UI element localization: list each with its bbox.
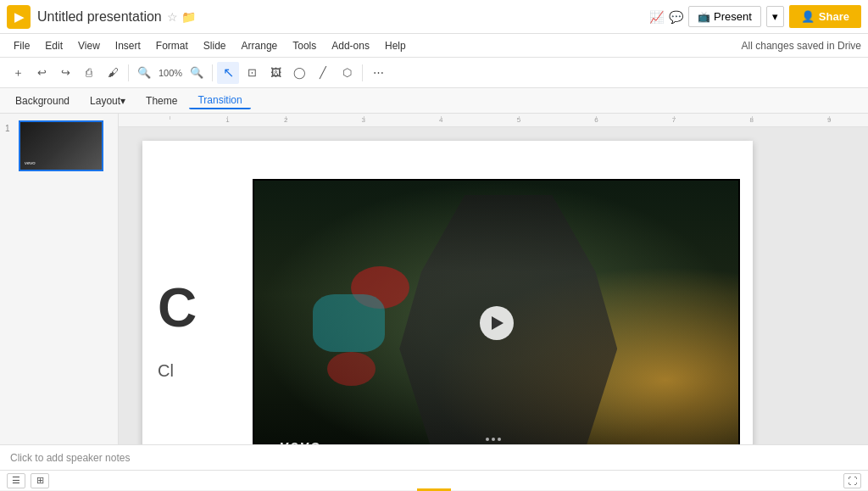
comment-icon[interactable]: 💬: [669, 10, 683, 24]
ruler-mark-0: [131, 116, 209, 124]
share-label: Share: [819, 10, 849, 23]
menu-edit[interactable]: Edit: [38, 37, 70, 54]
ruler-mark-7: 7: [635, 116, 713, 124]
toolbar-shapes[interactable]: ◯: [288, 62, 310, 84]
expand-dots: [120, 436, 866, 443]
menu-bar: File Edit View Insert Format Slide Arran…: [0, 34, 868, 58]
dot-2: [492, 438, 495, 441]
slide-text-main: C: [158, 276, 197, 339]
slide-tool-layout[interactable]: Layout▾: [81, 93, 134, 109]
title-actions: 📈 💬 📺 Present ▾ 👤 Share: [649, 5, 861, 28]
list-view-icon: ☰: [12, 475, 20, 486]
video-scene: vevo: [254, 181, 738, 444]
toolbar-more[interactable]: ⋯: [367, 62, 389, 84]
star-icon[interactable]: ☆: [167, 10, 178, 24]
main-toolbar: ＋ ↩ ↪ ⎙ 🖌 🔍 100% 🔍 ↖ ⊡ 🖼 ◯ ╱ ⬡ ⋯: [0, 58, 868, 88]
toolbar-connector[interactable]: ⬡: [336, 62, 358, 84]
slide-tool-theme[interactable]: Theme: [137, 93, 186, 109]
menu-insert[interactable]: Insert: [108, 37, 147, 54]
present-button[interactable]: 📺 Present: [688, 6, 761, 27]
view-list-button[interactable]: ☰: [7, 473, 25, 488]
video-teal-accent: [313, 294, 386, 351]
toolbar-add[interactable]: ＋: [7, 62, 29, 84]
slide-1-container: 1 vevo: [5, 120, 113, 171]
dot-1: [486, 438, 489, 441]
ruler-mark-8: 8: [713, 116, 791, 124]
slide-panel: 1 vevo: [0, 114, 119, 444]
menu-view[interactable]: View: [71, 37, 107, 54]
present-label: Present: [714, 10, 752, 23]
folder-icon[interactable]: 📁: [181, 10, 196, 24]
slide-text-sub: Cl: [158, 361, 174, 381]
menu-file[interactable]: File: [7, 37, 36, 54]
bottom-right: ⛶: [843, 473, 861, 488]
present-monitor-icon: 📺: [698, 11, 710, 23]
video-element[interactable]: vevo: [253, 179, 740, 444]
ruler-mark-6: 6: [558, 116, 636, 124]
menu-help[interactable]: Help: [378, 37, 413, 54]
google-slides-logo: ▶: [7, 5, 31, 29]
notes-placeholder[interactable]: Click to add speaker notes: [10, 452, 130, 464]
horizontal-ruler: 1 2 3 4 5 6 7 8 9: [119, 114, 868, 127]
title-bar: ▶ Untitled presentation ☆ 📁 📈 💬 📺 Presen…: [0, 0, 868, 34]
grid-view-icon: ⊞: [36, 475, 44, 486]
toolbar-image[interactable]: 🖼: [264, 62, 287, 84]
view-grid-button[interactable]: ⊞: [31, 473, 49, 488]
ruler-mark-4: 4: [403, 116, 481, 124]
share-button[interactable]: 👤 Share: [789, 5, 861, 28]
zoom-display: 100%: [159, 68, 182, 78]
menu-format[interactable]: Format: [149, 37, 195, 54]
person-icon: 👤: [801, 10, 815, 23]
slide-1-thumb-inner: vevo: [20, 122, 102, 170]
canvas-area: 1 2 3 4 5 6 7 8 9 C Cl: [119, 114, 868, 444]
present-dropdown-button[interactable]: ▾: [766, 6, 784, 27]
menu-addons[interactable]: Add-ons: [325, 37, 376, 54]
toolbar-textbox[interactable]: ⊡: [241, 62, 263, 84]
presentation-title[interactable]: Untitled presentation: [37, 9, 162, 25]
dot-3: [498, 438, 501, 441]
video-red-accent-2: [327, 352, 376, 386]
ruler-marks: 1 2 3 4 5 6 7 8 9: [119, 116, 868, 124]
ruler-mark-3: 3: [325, 116, 403, 124]
dropdown-arrow: ▾: [772, 10, 778, 23]
toolbar-sep-1: [128, 64, 129, 81]
toolbar-cursor[interactable]: ↖: [217, 62, 239, 84]
menu-slide[interactable]: Slide: [197, 37, 233, 54]
toolbar-sep-2: [212, 64, 213, 81]
fit-icon: ⛶: [848, 476, 857, 486]
toolbar-redo[interactable]: ↪: [54, 62, 76, 84]
slide-1-thumbnail[interactable]: vevo: [19, 120, 103, 171]
ruler-mark-2: 2: [247, 116, 325, 124]
toolbar-line[interactable]: ╱: [312, 62, 334, 84]
slide-canvas[interactable]: C Cl: [142, 141, 753, 444]
toolbar-paintformat[interactable]: 🖌: [102, 62, 124, 84]
play-triangle-icon: [492, 316, 504, 330]
notes-area[interactable]: Click to add speaker notes: [0, 444, 868, 470]
slide-tool-transition[interactable]: Transition: [189, 92, 250, 109]
autosave-status: All changes saved in Drive: [742, 40, 861, 52]
toolbar-zoom-out[interactable]: 🔍: [133, 62, 155, 84]
toolbar-sep-3: [362, 64, 363, 81]
fit-to-screen-button[interactable]: ⛶: [843, 473, 861, 488]
slide-tool-background[interactable]: Background: [7, 93, 78, 109]
slide-1-number: 1: [5, 120, 15, 133]
toolbar-zoom-in[interactable]: 🔍: [186, 62, 208, 84]
trending-icon[interactable]: 📈: [649, 10, 664, 24]
bottom-bar: ☰ ⊞ ⛶: [0, 470, 868, 490]
ruler-mark-9: 9: [790, 116, 868, 124]
video-play-button[interactable]: [480, 306, 514, 340]
ruler-mark-5: 5: [480, 116, 558, 124]
slide-toolbar: Background Layout▾ Theme Transition: [0, 88, 868, 114]
ruler-mark-1: 1: [209, 116, 248, 124]
menu-arrange[interactable]: Arrange: [235, 37, 285, 54]
menu-tools[interactable]: Tools: [286, 37, 323, 54]
expand-handle[interactable]: [119, 434, 868, 444]
main-content: 1 vevo 1 2 3 4 5 6: [0, 114, 868, 444]
toolbar-undo[interactable]: ↩: [31, 62, 53, 84]
toolbar-print[interactable]: ⎙: [78, 62, 100, 84]
